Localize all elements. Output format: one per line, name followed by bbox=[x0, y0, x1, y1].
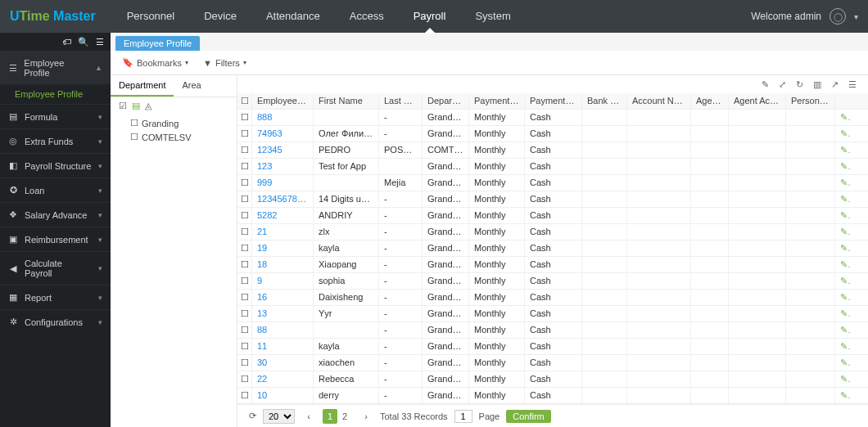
topnav-attendance[interactable]: Attendance bbox=[251, 0, 335, 33]
row-checkbox[interactable]: ☐ bbox=[237, 322, 252, 338]
edit-row-icon[interactable]: ✎ bbox=[835, 191, 850, 207]
topnav-payroll[interactable]: Payroll bbox=[399, 0, 461, 33]
col-header[interactable]: Agent ID bbox=[691, 93, 729, 109]
row-checkbox[interactable]: ☐ bbox=[237, 306, 252, 321]
col-header[interactable]: Agent Account bbox=[729, 93, 786, 109]
page-input[interactable] bbox=[454, 410, 472, 423]
tab-department[interactable]: Department bbox=[111, 75, 174, 97]
col-header[interactable]: Account Number bbox=[627, 93, 691, 109]
row-checkbox[interactable]: ☐ bbox=[237, 371, 252, 387]
employee-id-link[interactable]: 30 bbox=[252, 355, 314, 371]
row-checkbox[interactable]: ☐ bbox=[237, 355, 252, 371]
columns-icon[interactable]: ▥ bbox=[813, 79, 821, 90]
employee-id-link[interactable]: 888 bbox=[252, 110, 314, 125]
page-size-select[interactable]: 20 bbox=[263, 409, 295, 424]
sidebar-item-reimbursement[interactable]: ▣Reimbursement▾ bbox=[0, 227, 111, 251]
edit-row-icon[interactable]: ✎ bbox=[835, 224, 850, 240]
edit-row-icon[interactable]: ✎ bbox=[835, 322, 850, 338]
sidebar-item-loan[interactable]: ✪Loan▾ bbox=[0, 178, 111, 202]
row-checkbox[interactable]: ☐ bbox=[237, 126, 252, 142]
sidebar-item-formula[interactable]: ▤Formula▾ bbox=[0, 104, 111, 128]
employee-id-link[interactable]: 999 bbox=[252, 175, 314, 191]
tab-area[interactable]: Area bbox=[174, 75, 209, 97]
edit-row-icon[interactable]: ✎ bbox=[835, 355, 850, 371]
confirm-button[interactable]: Confirm bbox=[506, 410, 551, 423]
tree-view-icon[interactable]: ▤ bbox=[132, 101, 140, 111]
sidebar-item-extra-funds[interactable]: ◎Extra Funds▾ bbox=[0, 128, 111, 153]
edit-row-icon[interactable]: ✎ bbox=[835, 126, 850, 142]
edit-row-icon[interactable]: ✎ bbox=[835, 208, 850, 223]
employee-id-link[interactable]: 21 bbox=[252, 224, 314, 240]
employee-id-link[interactable]: 10 bbox=[252, 388, 314, 403]
sidebar-sub-employee-profile[interactable]: Employee Profile bbox=[0, 84, 111, 104]
avatar-icon[interactable]: ◯ bbox=[830, 8, 846, 25]
row-checkbox[interactable]: ☐ bbox=[237, 110, 252, 125]
row-checkbox[interactable]: ☐ bbox=[237, 257, 252, 272]
employee-id-link[interactable]: 12345678901234 bbox=[252, 191, 314, 207]
edit-row-icon[interactable]: ✎ bbox=[835, 273, 850, 289]
topnav-access[interactable]: Access bbox=[335, 0, 399, 33]
employee-id-link[interactable]: 11 bbox=[252, 339, 314, 354]
employee-id-link[interactable]: 13 bbox=[252, 306, 314, 321]
org-icon[interactable]: ◬ bbox=[145, 101, 151, 111]
row-checkbox[interactable]: ☐ bbox=[237, 208, 252, 223]
col-header[interactable]: Department bbox=[423, 93, 469, 109]
reload-icon[interactable]: ⟳ bbox=[249, 411, 256, 421]
edit-row-icon[interactable]: ✎ bbox=[835, 175, 850, 191]
page-button-2[interactable]: 2 bbox=[337, 409, 352, 424]
row-checkbox[interactable]: ☐ bbox=[237, 290, 252, 305]
employee-id-link[interactable]: 123 bbox=[252, 159, 314, 174]
sidebar-item-report[interactable]: ▦Report▾ bbox=[0, 285, 111, 309]
edit-row-icon[interactable]: ✎ bbox=[835, 142, 850, 158]
tree-node-comtelsv[interactable]: ☐COMTELSV bbox=[119, 130, 228, 144]
row-checkbox[interactable]: ☐ bbox=[237, 273, 252, 289]
col-header[interactable]: First Name bbox=[314, 93, 379, 109]
row-checkbox[interactable]: ☐ bbox=[237, 339, 252, 354]
edit-row-icon[interactable]: ✎ bbox=[835, 290, 850, 305]
employee-id-link[interactable]: 5282 bbox=[252, 208, 314, 223]
employee-id-link[interactable]: 74963 bbox=[252, 126, 314, 142]
employee-id-link[interactable]: 88 bbox=[252, 322, 314, 338]
sidebar-item-salary-advance[interactable]: ❖Salary Advance▾ bbox=[0, 202, 111, 227]
row-checkbox[interactable]: ☐ bbox=[237, 142, 252, 158]
col-header[interactable]: Personnel ID bbox=[786, 93, 835, 109]
row-checkbox[interactable]: ☐ bbox=[237, 240, 252, 256]
filters-button[interactable]: ▼ Filters ▾ bbox=[203, 58, 246, 68]
row-checkbox[interactable]: ☐ bbox=[237, 191, 252, 207]
edit-row-icon[interactable]: ✎ bbox=[835, 110, 850, 125]
edit-row-icon[interactable]: ✎ bbox=[835, 371, 850, 387]
edit-row-icon[interactable]: ✎ bbox=[835, 306, 850, 321]
select-all-checkbox[interactable]: ☐ bbox=[237, 93, 252, 109]
employee-id-link[interactable]: 12345 bbox=[252, 142, 314, 158]
page-button-1[interactable]: 1 bbox=[323, 409, 337, 424]
col-header[interactable]: Last Name bbox=[379, 93, 423, 109]
edit-row-icon[interactable]: ✎ bbox=[835, 257, 850, 272]
topnav-personnel[interactable]: Personnel bbox=[112, 0, 190, 33]
tag-icon[interactable]: 🏷 bbox=[62, 37, 71, 47]
bookmarks-button[interactable]: 🔖 Bookmarks ▾ bbox=[122, 57, 188, 68]
row-checkbox[interactable]: ☐ bbox=[237, 224, 252, 240]
user-menu-caret[interactable]: ▾ bbox=[854, 12, 858, 21]
col-header[interactable]: Employee ID bbox=[252, 93, 314, 109]
col-header[interactable]: Bank Name bbox=[582, 93, 627, 109]
sidebar-item-calculate-payroll[interactable]: ◀Calculate Payroll▾ bbox=[0, 251, 111, 285]
next-page-button[interactable]: › bbox=[359, 409, 373, 424]
tab-employee-profile[interactable]: Employee Profile bbox=[115, 36, 200, 51]
topnav-system[interactable]: System bbox=[460, 0, 525, 33]
edit-row-icon[interactable]: ✎ bbox=[835, 159, 850, 174]
edit-icon[interactable]: ✎ bbox=[762, 79, 769, 90]
employee-id-link[interactable]: 18 bbox=[252, 257, 314, 272]
edit-row-icon[interactable]: ✎ bbox=[835, 240, 850, 256]
list-icon[interactable]: ☰ bbox=[96, 37, 104, 47]
tree-node-granding[interactable]: ☐Granding bbox=[119, 116, 228, 130]
check-all-icon[interactable]: ☑ bbox=[119, 101, 127, 111]
col-header[interactable]: Payment Cycle bbox=[469, 93, 525, 109]
edit-row-icon[interactable]: ✎ bbox=[835, 388, 850, 403]
row-checkbox[interactable]: ☐ bbox=[237, 388, 252, 403]
employee-id-link[interactable]: 9 bbox=[252, 273, 314, 289]
topnav-device[interactable]: Device bbox=[189, 0, 251, 33]
edit-row-icon[interactable]: ✎ bbox=[835, 339, 850, 354]
refresh-icon[interactable]: ↻ bbox=[796, 79, 803, 90]
row-checkbox[interactable]: ☐ bbox=[237, 159, 252, 174]
employee-id-link[interactable]: 22 bbox=[252, 371, 314, 387]
